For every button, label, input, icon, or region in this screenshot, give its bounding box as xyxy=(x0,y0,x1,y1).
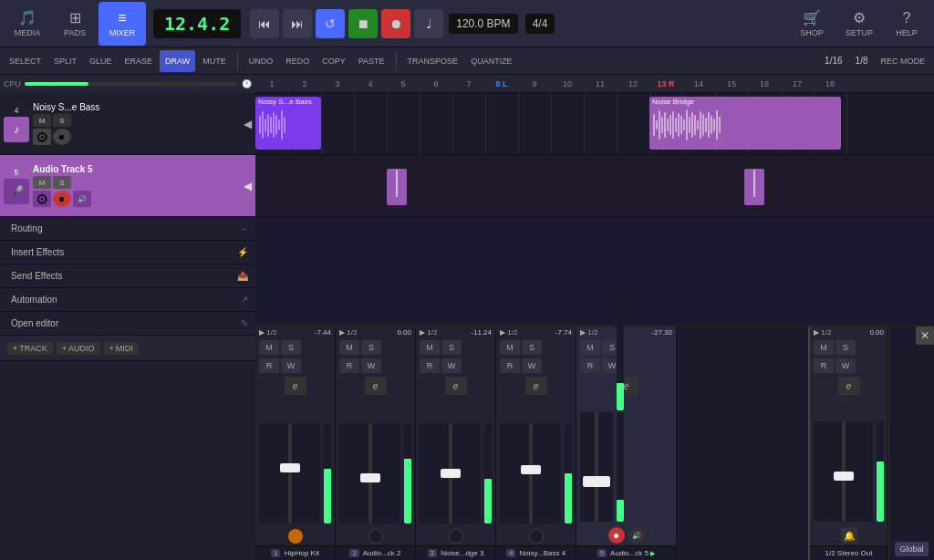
ch5-record-btn[interactable]: ⏺ xyxy=(608,527,625,544)
routing-subtrack[interactable]: Routing → xyxy=(0,217,255,241)
ch2-send-knob[interactable] xyxy=(368,529,383,544)
open-editor-subtrack[interactable]: Open editor ✎ xyxy=(0,312,255,336)
ch3-editor[interactable]: e xyxy=(445,377,467,395)
setup-button[interactable]: ⚙ SETUP xyxy=(835,2,883,46)
ch4-send-knob[interactable] xyxy=(529,529,544,544)
erase-tool[interactable]: ERASE xyxy=(119,50,159,72)
ch5-mute[interactable]: M xyxy=(580,340,600,355)
ch1-editor[interactable]: e xyxy=(285,377,306,395)
ch1-solo[interactable]: S xyxy=(281,340,301,355)
ch4-read[interactable]: R xyxy=(500,358,520,373)
add-midi-button[interactable]: + MIDI xyxy=(104,342,139,355)
ch4-editor[interactable]: e xyxy=(525,377,547,395)
master-bell-icon[interactable]: 🔔 xyxy=(841,527,857,544)
ch2-mute[interactable]: M xyxy=(339,340,359,355)
track-5-mute[interactable]: M xyxy=(33,176,51,189)
mixer-close-button[interactable]: ✕ xyxy=(916,327,934,345)
ch1-fader-knob[interactable] xyxy=(280,463,300,472)
ch2-solo[interactable]: S xyxy=(361,340,381,355)
stop-button[interactable]: ⏹ xyxy=(348,9,378,38)
loop-button[interactable]: ↺ xyxy=(316,9,345,38)
ch2-read[interactable]: R xyxy=(339,358,359,373)
ch1-fader[interactable] xyxy=(259,423,320,524)
track-5-record-icon[interactable]: ⏺ xyxy=(53,191,71,207)
ch3-mute[interactable]: M xyxy=(420,340,440,355)
clip-audio-5a[interactable] xyxy=(387,169,407,205)
ch1-read[interactable]: R xyxy=(259,358,279,373)
ch5-monitor-btn[interactable]: 🔊 xyxy=(628,527,645,544)
paste-tool[interactable]: PASTE xyxy=(353,50,390,72)
copy-tool[interactable]: COPY xyxy=(317,50,351,72)
track-4-power-icon[interactable]: ⏺ xyxy=(53,129,71,145)
send-effects-subtrack[interactable]: Send Effects 📤 xyxy=(0,264,255,288)
ch4-fader-knob[interactable] xyxy=(521,465,541,474)
ch4-fader[interactable] xyxy=(500,423,561,524)
metronome-button[interactable]: ♩ xyxy=(414,9,443,38)
insert-effects-subtrack[interactable]: Insert Effects ⚡ xyxy=(0,241,255,264)
ch2-fader[interactable] xyxy=(339,423,400,524)
ch5-fader-knob[interactable] xyxy=(583,476,610,487)
ch4-mute[interactable]: M xyxy=(500,340,520,355)
ch2-editor[interactable]: e xyxy=(365,377,387,395)
media-button[interactable]: 🎵 MEDIA xyxy=(4,2,51,46)
track-5-collapse[interactable]: ◀ xyxy=(244,180,252,192)
ch3-send-knob[interactable] xyxy=(449,529,463,544)
ch3-read[interactable]: R xyxy=(420,358,440,373)
transpose-tool[interactable]: TRANSPOSE xyxy=(402,50,464,72)
ch2-write[interactable]: W xyxy=(361,358,381,373)
ch3-solo[interactable]: S xyxy=(441,340,462,355)
ch3-fader[interactable] xyxy=(420,423,481,524)
ch2-label: 2 Audio...ck 2 xyxy=(336,545,415,560)
master-mute[interactable]: M xyxy=(814,340,834,355)
split-tool[interactable]: SPLIT xyxy=(48,50,82,72)
fastforward-button[interactable]: ⏭ xyxy=(283,9,312,38)
draw-tool[interactable]: DRAW xyxy=(160,50,195,72)
ch5-read[interactable]: R xyxy=(580,358,600,373)
arrange-track-4[interactable]: Noisy S...e Bass xyxy=(255,93,934,155)
clip-noise-bridge[interactable]: Noise Bridge xyxy=(649,97,841,150)
mute-tool[interactable]: MUTE xyxy=(197,50,232,72)
track-5-settings-icon[interactable]: ⚙ xyxy=(33,191,51,207)
master-solo[interactable]: S xyxy=(835,340,856,355)
quantize-tool[interactable]: QUANTIZE xyxy=(465,50,518,72)
ch2-fader-knob[interactable] xyxy=(360,473,380,482)
undo-tool[interactable]: UNDO xyxy=(244,50,279,72)
ch1-mute[interactable]: M xyxy=(259,340,279,355)
track-4-mute[interactable]: M xyxy=(33,114,51,127)
clip-audio-5b[interactable] xyxy=(744,169,764,205)
redo-tool[interactable]: REDO xyxy=(280,50,315,72)
master-write[interactable]: W xyxy=(835,358,856,373)
ch1-write[interactable]: W xyxy=(281,358,301,373)
ch3-fader-knob[interactable] xyxy=(441,469,461,478)
record-button[interactable]: ⏺ xyxy=(381,9,410,38)
master-fader[interactable] xyxy=(814,421,873,522)
ch3-write[interactable]: W xyxy=(441,358,462,373)
ch3-routing: ▶ 1/2 -11.24 xyxy=(416,327,495,338)
master-fader-knob[interactable] xyxy=(834,472,854,481)
select-tool[interactable]: SELECT xyxy=(4,50,47,72)
help-button[interactable]: ? HELP xyxy=(883,2,930,46)
automation-subtrack[interactable]: Automation ↗ xyxy=(0,288,255,312)
glue-tool[interactable]: GLUE xyxy=(84,50,118,72)
rewind-button[interactable]: ⏮ xyxy=(250,9,279,38)
track-4-solo[interactable]: S xyxy=(53,114,71,127)
ch4-solo[interactable]: S xyxy=(522,340,542,355)
mixer-button[interactable]: ≡ MIXER xyxy=(99,2,146,46)
rec-mode-btn[interactable]: REC MODE xyxy=(875,50,930,72)
send-effects-label: Send Effects xyxy=(11,271,237,281)
add-audio-button[interactable]: + AUDIO xyxy=(57,342,100,355)
track-4-settings-icon[interactable]: ⚙ xyxy=(33,129,51,145)
master-read[interactable]: R xyxy=(814,358,834,373)
track-4-collapse[interactable]: ◀ xyxy=(244,118,252,130)
arrange-track-5[interactable] xyxy=(255,155,934,217)
clip-noisy-bass[interactable]: Noisy S...e Bass xyxy=(255,97,321,150)
ch4-write[interactable]: W xyxy=(522,358,542,373)
pads-button[interactable]: ⊞ PADS xyxy=(51,2,99,46)
global-button[interactable]: Global xyxy=(895,542,928,556)
shop-button[interactable]: 🛒 SHOP xyxy=(788,2,835,46)
add-track-button[interactable]: + TRACK xyxy=(7,342,53,355)
ch1-send-knob[interactable] xyxy=(288,529,303,544)
master-editor[interactable]: e xyxy=(838,377,860,395)
track-5-solo[interactable]: S xyxy=(53,176,71,189)
track-5-speaker-icon[interactable]: 🔊 xyxy=(73,191,91,207)
